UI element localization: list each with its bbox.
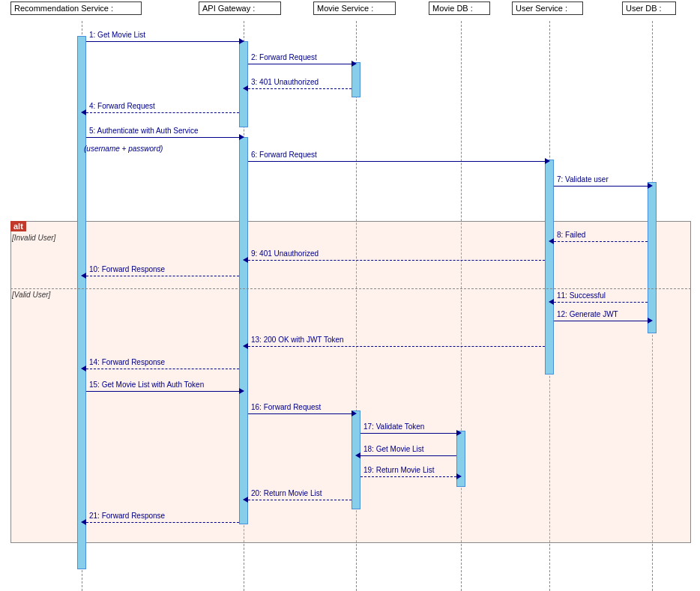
arrowhead xyxy=(243,85,248,91)
arrow-label: 11: Successful xyxy=(557,291,606,300)
arrow-line xyxy=(248,64,351,64)
activation-userdb-act1 xyxy=(648,182,657,333)
arrow-label: 15: Get Movie List with Auth Token xyxy=(89,381,204,389)
arrow-label: 4: Forward Request xyxy=(89,102,155,110)
arrowhead xyxy=(81,519,86,525)
alt-label: alt xyxy=(10,221,26,231)
arrowhead xyxy=(549,238,554,244)
arrow-label: 13: 200 OK with JWT Token xyxy=(251,336,344,344)
arrow-line xyxy=(554,186,648,187)
arrowhead xyxy=(239,38,244,44)
arrow-line xyxy=(554,321,648,321)
arrowhead xyxy=(243,257,248,263)
arrow-line xyxy=(86,391,239,392)
arrowhead xyxy=(243,497,248,503)
valid-user-label: [Valid User] xyxy=(12,291,50,299)
arrow-label: 10: Forward Response xyxy=(89,265,165,273)
arrowhead xyxy=(648,183,653,189)
arrow-label: 1: Get Movie List xyxy=(89,31,145,39)
activation-api-act1 xyxy=(239,41,248,127)
arrow-line xyxy=(86,522,239,523)
arrowhead xyxy=(81,109,86,115)
lifeline-header-user: User Service : xyxy=(512,1,583,15)
arrow-label: 16: Forward Request xyxy=(251,403,321,411)
arrow-line xyxy=(248,346,545,347)
arrow-line xyxy=(248,88,351,89)
arrow-line xyxy=(248,413,351,414)
arrow-label: 17: Validate Token xyxy=(363,422,424,431)
arrow-label: 3: 401 Unauthorized xyxy=(251,78,319,86)
activation-api-act2 xyxy=(239,137,248,524)
arrow-label: 9: 401 Unauthorized xyxy=(251,249,319,258)
arrow-line xyxy=(86,41,239,42)
arrowhead xyxy=(648,318,653,324)
lifeline-header-rec: Recommendation Service : xyxy=(10,1,142,15)
arrow-line xyxy=(86,137,239,138)
alt-divider xyxy=(10,288,691,289)
arrow-label: 12: Generate JWT xyxy=(557,310,618,318)
arrowhead xyxy=(81,273,86,279)
arrow-label: 5: Authenticate with Auth Service xyxy=(89,127,199,135)
arrowhead xyxy=(549,299,554,305)
sequence-diagram: alt [Invalid User] [Valid User] Recommen… xyxy=(0,0,700,591)
activation-movie-act2 xyxy=(351,410,360,509)
activation-movie-act1 xyxy=(351,62,360,97)
arrow-line xyxy=(86,112,239,113)
arrow-label: 18: Get Movie List xyxy=(363,445,424,453)
arrow-label: 2: Forward Request xyxy=(251,53,317,61)
arrowhead xyxy=(81,366,86,372)
note-username-password: (username + password) xyxy=(84,145,163,153)
arrow-line xyxy=(554,241,648,242)
arrowhead xyxy=(456,473,462,479)
arrowhead xyxy=(239,134,244,140)
lifeline-header-moviedb: Movie DB : xyxy=(429,1,490,15)
activation-user-act1 xyxy=(545,160,554,375)
arrowhead xyxy=(351,410,357,416)
arrow-line xyxy=(360,433,456,434)
arrow-label: 21: Forward Response xyxy=(89,512,165,520)
invalid-user-label: [Invalid User] xyxy=(12,234,55,242)
arrow-line xyxy=(554,302,648,303)
lifeline-header-api: API Gateway : xyxy=(199,1,281,15)
arrow-label: 7: Validate user xyxy=(557,175,609,184)
lifeline-header-movie: Movie Service : xyxy=(313,1,396,15)
arrow-line xyxy=(248,161,545,162)
arrowhead xyxy=(351,61,357,67)
arrow-label: 20: Return Movie List xyxy=(251,489,322,497)
arrow-label: 19: Return Movie List xyxy=(363,466,435,474)
arrowhead xyxy=(243,343,248,349)
arrowhead xyxy=(239,388,244,394)
arrowhead xyxy=(456,430,462,436)
activation-rec-act1 xyxy=(77,36,86,569)
arrow-line xyxy=(86,369,239,369)
arrow-label: 14: Forward Response xyxy=(89,358,165,366)
arrow-line xyxy=(248,500,351,500)
arrow-line xyxy=(248,260,545,261)
arrow-label: 8: Failed xyxy=(557,231,585,239)
lifeline-header-userdb: User DB : xyxy=(622,1,676,15)
arrowhead xyxy=(545,158,550,164)
arrow-label: 6: Forward Request xyxy=(251,151,317,159)
arrow-line xyxy=(360,476,456,477)
arrow-line xyxy=(86,276,239,276)
arrowhead xyxy=(355,452,360,458)
arrow-line xyxy=(360,455,456,456)
